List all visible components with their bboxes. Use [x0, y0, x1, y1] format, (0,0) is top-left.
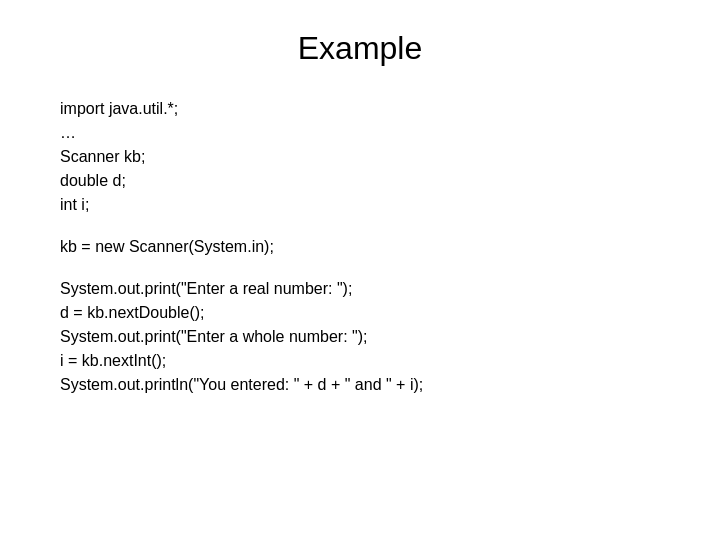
code-line-3: Scanner kb;	[60, 145, 660, 169]
code-line-1: import java.util.*;	[60, 97, 660, 121]
content-area: import java.util.*; … Scanner kb; double…	[60, 97, 660, 397]
spacer-1	[60, 217, 660, 235]
code-line-7: System.out.print("Enter a real number: "…	[60, 277, 660, 301]
code-line-10: i = kb.nextInt();	[60, 349, 660, 373]
code-line-2: …	[60, 121, 660, 145]
code-block: import java.util.*; … Scanner kb; double…	[60, 97, 660, 397]
code-line-11: System.out.println("You entered: " + d +…	[60, 373, 660, 397]
code-line-9: System.out.print("Enter a whole number: …	[60, 325, 660, 349]
code-line-4: double d;	[60, 169, 660, 193]
code-line-8: d = kb.nextDouble();	[60, 301, 660, 325]
page-container: Example import java.util.*; … Scanner kb…	[0, 0, 720, 540]
page-title: Example	[298, 30, 423, 67]
spacer-2	[60, 259, 660, 277]
code-line-5: int i;	[60, 193, 660, 217]
code-line-6: kb = new Scanner(System.in);	[60, 235, 660, 259]
